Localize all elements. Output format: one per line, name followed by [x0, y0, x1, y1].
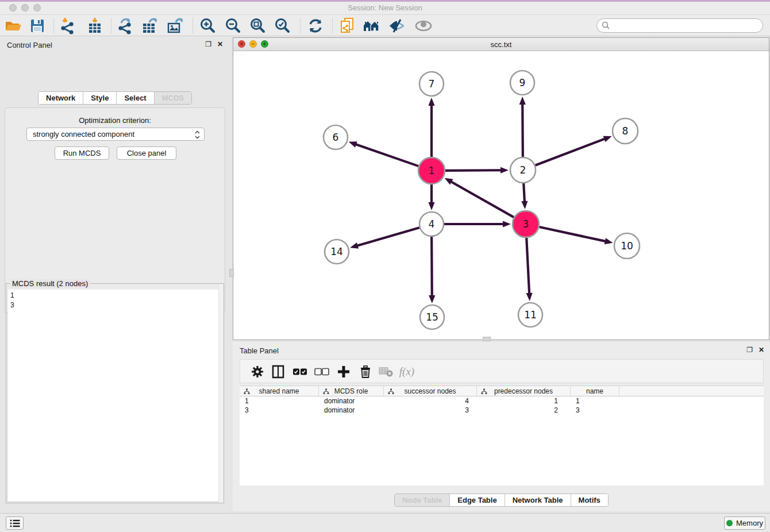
create-column-icon[interactable] — [334, 363, 353, 380]
table-tab-network-table[interactable]: Network Table — [505, 494, 571, 506]
vertical-splitter-handle[interactable] — [229, 269, 234, 277]
table-cell[interactable]: dominator — [319, 406, 384, 415]
graph-node-label-1: 1 — [429, 165, 435, 176]
delete-table-icon[interactable] — [356, 363, 375, 380]
mcds-result-box: MCDS result (2 nodes) 13 — [6, 283, 224, 503]
toolbar-separator — [111, 18, 111, 33]
table-tab-edge-table[interactable]: Edge Table — [450, 494, 505, 506]
new-network-from-selection-icon[interactable] — [338, 17, 357, 34]
edge-3-11[interactable] — [526, 238, 529, 295]
arrowhead-1-6 — [349, 141, 357, 148]
search-box — [596, 18, 763, 33]
optimization-criterion-dropdown[interactable]: strongly connected component — [26, 128, 205, 141]
arrowhead-4-3 — [503, 221, 511, 227]
search-input[interactable] — [610, 21, 763, 30]
control-panel-header: Control Panel ❐ ✕ — [0, 36, 230, 53]
arrowhead-1-7 — [428, 98, 434, 106]
apply-layout-icon[interactable] — [306, 17, 325, 34]
close-panel-button[interactable]: Close panel — [117, 147, 176, 160]
edge-1-6[interactable] — [355, 144, 418, 166]
zoom-in-icon[interactable] — [198, 17, 218, 34]
table-cell[interactable]: 1 — [240, 396, 319, 406]
table-cell[interactable]: 3 — [571, 406, 619, 415]
task-history-button[interactable] — [6, 516, 24, 530]
table-panel: Table Panel ❐ ✕ — [233, 342, 770, 511]
control-panel-tabs: NetworkStyleSelectMCDS — [0, 91, 230, 105]
select-all-icon[interactable] — [291, 363, 309, 380]
table-cell[interactable]: 3 — [240, 406, 319, 415]
memory-button[interactable]: Memory — [724, 516, 765, 530]
edge-4-15[interactable] — [432, 237, 432, 297]
arrowhead-4-15 — [429, 295, 435, 303]
main-toolbar — [0, 15, 770, 36]
show-all-icon[interactable] — [414, 17, 433, 34]
control-tab-select[interactable]: Select — [117, 92, 154, 104]
table-tab-motifs[interactable]: Motifs — [571, 494, 608, 506]
table-cell[interactable]: dominator — [319, 396, 384, 406]
open-session-icon[interactable] — [3, 17, 23, 34]
first-neighbors-icon[interactable] — [363, 17, 382, 34]
graph-node-label-2: 2 — [520, 164, 526, 176]
run-mcds-button[interactable]: Run MCDS — [55, 147, 109, 160]
network-canvas: 7968124314101511 — [233, 51, 769, 340]
export-image-icon[interactable] — [165, 17, 185, 34]
delete-column-icon — [377, 363, 395, 380]
table-cell[interactable]: 1 — [571, 396, 619, 406]
table-panel-close-icon[interactable]: ✕ — [759, 346, 764, 354]
table-tab-node-table[interactable]: Node Table — [395, 494, 450, 506]
memory-label: Memory — [736, 519, 763, 527]
table-cell[interactable]: 3 — [384, 406, 477, 415]
table-panel-float-icon[interactable]: ❐ — [746, 346, 753, 354]
edge-2-3[interactable] — [523, 183, 525, 203]
import-table-icon[interactable] — [85, 17, 105, 34]
control-tab-network[interactable]: Network — [38, 92, 83, 104]
horizontal-splitter-handle[interactable] — [483, 337, 491, 341]
graph-node-label-7: 7 — [429, 78, 435, 90]
column-header-predecessor-nodes[interactable]: predecessor nodes — [477, 386, 571, 396]
close-panel-label: Close panel — [127, 149, 167, 157]
control-tab-style[interactable]: Style — [83, 92, 117, 104]
column-header-successor-nodes[interactable]: successor nodes — [384, 386, 477, 396]
table-settings-gear-icon[interactable] — [248, 363, 267, 380]
hide-selected-icon[interactable] — [387, 17, 407, 34]
control-panel-close-icon[interactable]: ✕ — [217, 41, 223, 48]
table-cell[interactable]: 4 — [384, 396, 477, 406]
table-row[interactable]: 1dominator411 — [240, 396, 764, 406]
arrowhead-3-11 — [526, 293, 532, 301]
export-table-icon[interactable] — [140, 17, 160, 34]
zoom-fit-icon[interactable] — [248, 17, 268, 34]
result-scrollbar[interactable] — [218, 284, 224, 503]
graph-node-label-9: 9 — [519, 77, 526, 88]
edge-2-8[interactable] — [535, 138, 606, 165]
arrowhead-2-3 — [521, 201, 528, 209]
column-header-MCDS-role[interactable]: MCDS role — [319, 386, 384, 396]
table-cell[interactable]: 2 — [477, 406, 571, 415]
import-network-icon[interactable] — [58, 17, 78, 34]
deselect-all-icon[interactable] — [313, 363, 331, 380]
control-panel: Control Panel ❐ ✕ NetworkStyleSelectMCDS… — [0, 36, 230, 513]
toolbar-separator — [53, 18, 54, 33]
save-session-icon[interactable] — [28, 17, 47, 34]
table-toolbar: f(x) — [240, 359, 764, 383]
control-panel-float-icon[interactable]: ❐ — [205, 41, 211, 48]
mcds-result-list[interactable]: 13 — [8, 290, 222, 501]
table-cell[interactable]: 1 — [477, 396, 571, 406]
memory-status-dot — [726, 520, 733, 526]
export-network-icon[interactable] — [116, 17, 135, 34]
edge-3-10[interactable] — [539, 227, 606, 241]
network-window-titlebar[interactable]: × − + scc.txt — [233, 38, 769, 51]
zoom-out-icon[interactable] — [224, 17, 243, 34]
edge-4-14[interactable] — [356, 228, 419, 246]
table-row[interactable]: 3dominator323 — [240, 406, 764, 415]
column-header-name[interactable]: name — [571, 386, 619, 396]
show-columns-icon[interactable] — [269, 363, 287, 380]
zoom-selected-icon[interactable] — [273, 17, 292, 34]
toolbar-separator — [300, 18, 301, 33]
column-header-shared-name[interactable]: shared name — [240, 386, 319, 396]
edge-1-2[interactable] — [445, 170, 502, 171]
edge-3-1[interactable] — [450, 181, 514, 217]
table-tabs: Node TableEdge TableNetwork TableMotifs — [233, 494, 770, 507]
mcds-result-line: 1 — [10, 291, 220, 300]
control-tab-mcds[interactable]: MCDS — [155, 92, 191, 104]
edge-2-9[interactable] — [522, 103, 523, 157]
